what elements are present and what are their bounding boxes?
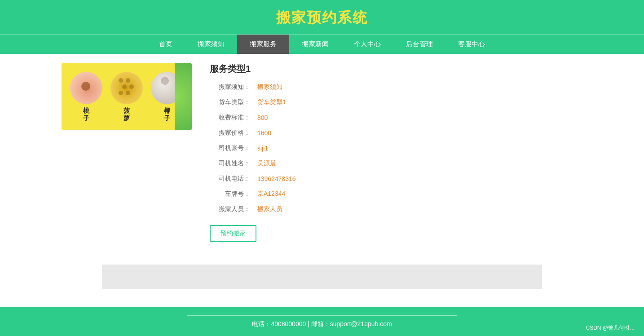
site-title: 搬家预约系统 — [0, 8, 644, 28]
label-moving-tips: 搬家须知： — [210, 83, 250, 91]
field-driver-account: 司机账号： siji1 — [210, 144, 582, 152]
detail-panel: 服务类型1 搬家须知： 搬家须知 货车类型： 货车类型1 收费标准： 800 搬… — [210, 63, 582, 251]
fruit-image-area: 桃子 菠萝 椰子 — [62, 63, 192, 130]
label-driver-name: 司机姓名： — [210, 159, 250, 168]
field-moving-tips: 搬家须知： 搬家须知 — [210, 83, 582, 91]
label-fee-standard: 收费标准： — [210, 114, 250, 122]
fruit-pineapple: 菠萝 — [110, 72, 143, 122]
footer-divider — [187, 315, 457, 316]
pineapple-icon — [110, 72, 143, 104]
peach-icon — [70, 72, 102, 104]
value-moving-price: 1600 — [257, 129, 271, 137]
label-truck-type: 货车类型： — [210, 98, 250, 106]
site-header: 搬家预约系统 — [0, 0, 644, 34]
label-license-plate: 车牌号： — [210, 190, 250, 198]
value-license-plate: 京A12344 — [257, 190, 285, 198]
footer-csdn-label: CSDN @曾几何时… — [586, 324, 635, 332]
value-moving-staff: 搬家人员 — [257, 205, 282, 213]
pineapple-label: 菠萝 — [124, 107, 130, 122]
nav-customer-service[interactable]: 客服中心 — [446, 35, 498, 54]
image-panel: 桃子 菠萝 椰子 — [62, 63, 192, 130]
field-fee-standard: 收费标准： 800 — [210, 114, 582, 122]
nav-moving-news[interactable]: 搬家新闻 — [289, 35, 341, 54]
value-truck-type: 货车类型1 — [257, 98, 286, 106]
field-moving-price: 搬家价格： 1600 — [210, 129, 582, 137]
field-license-plate: 车牌号： 京A12344 — [210, 190, 582, 198]
peach-label: 桃子 — [83, 107, 89, 122]
coconut-label: 椰子 — [164, 107, 170, 122]
value-driver-name: 吴源晨 — [257, 159, 276, 168]
nav-moving-tips[interactable]: 搬家须知 — [185, 35, 237, 54]
nav-personal-center[interactable]: 个人中心 — [341, 35, 393, 54]
field-driver-name: 司机姓名： 吴源晨 — [210, 159, 582, 168]
value-moving-tips: 搬家须知 — [257, 83, 282, 91]
value-driver-phone: 13962478316 — [257, 175, 296, 182]
value-driver-account: siji1 — [257, 145, 268, 152]
nav-home[interactable]: 首页 — [146, 35, 185, 54]
fruit-peach: 桃子 — [70, 72, 102, 122]
fruits-row: 桃子 菠萝 椰子 — [66, 72, 187, 126]
label-driver-account: 司机账号： — [210, 144, 250, 152]
value-fee-standard: 800 — [257, 114, 268, 121]
footer-gray-band — [102, 265, 542, 289]
book-button[interactable]: 预约搬家 — [210, 225, 256, 242]
nav-admin[interactable]: 后台管理 — [393, 35, 446, 54]
nav-moving-service[interactable]: 搬家服务 — [237, 35, 289, 54]
label-moving-staff: 搬家人员： — [210, 205, 250, 213]
label-moving-price: 搬家价格： — [210, 129, 250, 137]
field-driver-phone: 司机电话： 13962478316 — [210, 175, 582, 183]
main-nav: 首页 搬家须知 搬家服务 搬家新闻 个人中心 后台管理 客服中心 — [0, 34, 644, 54]
service-title: 服务类型1 — [210, 63, 582, 75]
label-driver-phone: 司机电话： — [210, 175, 250, 183]
field-moving-staff: 搬家人员： 搬家人员 — [210, 205, 582, 213]
green-partial-icon — [175, 63, 192, 130]
footer-contact: 电话：4008000000 | 邮箱：support@21epub.com — [0, 320, 644, 328]
site-footer: 电话：4008000000 | 邮箱：support@21epub.com CS… — [0, 307, 644, 336]
main-content: 桃子 菠萝 椰子 服务类型1 搬家须知： 搬家须知 货车类型： 货车 — [53, 63, 591, 251]
field-truck-type: 货车类型： 货车类型1 — [210, 98, 582, 106]
